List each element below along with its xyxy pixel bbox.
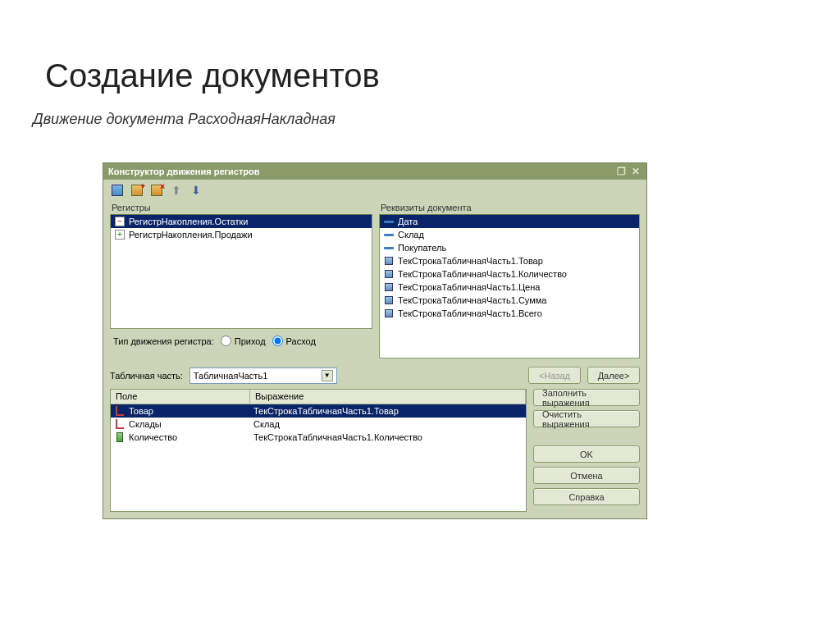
table-row[interactable]: СкладыСклад (111, 418, 526, 431)
tab-part-combo[interactable]: ТабличнаяЧасть1 ▼ (189, 368, 337, 384)
doc-attrs-label: Реквизиты документа (379, 201, 640, 214)
titlebar: Конструктор движения регистров ❐ ✕ (103, 163, 646, 180)
doc-attrs-panel: Реквизиты документа ДатаСкладПокупательТ… (379, 201, 640, 358)
minus-icon: − (114, 216, 126, 227)
tab-part-label: Табличная часть: (110, 371, 183, 381)
slide-subtitle: Движение документа РасходнаяНакладная (0, 111, 840, 138)
col-field: Поле (111, 390, 250, 404)
toolbar-add-icon[interactable] (130, 183, 144, 198)
doc-attr-item[interactable]: Дата (380, 215, 639, 228)
help-button[interactable]: Справка (533, 488, 640, 505)
table-row[interactable]: ТоварТекСтрокаТабличнаяЧасть1.Товар (111, 404, 526, 418)
doc-attr-label: ТекСтрокаТабличнаяЧасть1.Цена (398, 282, 540, 292)
registers-panel: Регистры −РегистрНакопления.Остатки+Реги… (110, 201, 372, 358)
registers-label: Регистры (110, 201, 372, 214)
resource-icon (114, 431, 126, 443)
radio-income-label: Приход (235, 336, 266, 346)
ok-button[interactable]: OK (533, 445, 640, 463)
titlebar-text: Конструктор движения регистров (108, 167, 615, 176)
toolbar: ⬆ ⬇ (103, 180, 646, 201)
doc-attr-label: ТекСтрокаТабличнаяЧасть1.Количество (398, 269, 567, 279)
dimension-icon (114, 405, 126, 417)
slide-title: Создание документов (0, 0, 840, 111)
doc-attr-label: ТекСтрокаТабличнаяЧасть1.Сумма (398, 295, 546, 305)
expression-label: ТекСтрокаТабличнаяЧасть1.Товар (250, 406, 526, 416)
attribute-bar-icon (383, 229, 395, 240)
maximize-icon[interactable]: ❐ (615, 166, 627, 177)
table-header: Поле Выражение (111, 390, 526, 404)
combo-dropdown-icon[interactable]: ▼ (322, 370, 333, 381)
attribute-bar-icon (383, 242, 395, 253)
expression-label: Склад (250, 419, 526, 429)
doc-attr-item[interactable]: ТекСтрокаТабличнаяЧасть1.Всего (380, 307, 639, 320)
doc-attrs-listbox[interactable]: ДатаСкладПокупательТекСтрокаТабличнаяЧас… (379, 214, 640, 358)
doc-attr-item[interactable]: ТекСтрокаТабличнаяЧасть1.Товар (380, 254, 639, 267)
table-row[interactable]: КоличествоТекСтрокаТабличнаяЧасть1.Колич… (111, 431, 526, 444)
expression-label: ТекСтрокаТабличнаяЧасть1.Количество (250, 432, 526, 442)
doc-attr-item[interactable]: Покупатель (380, 241, 639, 254)
attribute-cube-icon (383, 294, 395, 306)
attribute-cube-icon (383, 268, 395, 280)
register-item-label: РегистрНакопления.Продажи (129, 230, 253, 240)
movement-type-label: Тип движения регистра: (113, 336, 214, 346)
attribute-cube-icon (383, 281, 395, 293)
doc-attr-item[interactable]: ТекСтрокаТабличнаяЧасть1.Сумма (380, 294, 639, 307)
attribute-bar-icon (383, 216, 395, 227)
close-icon[interactable]: ✕ (630, 166, 641, 177)
radio-income[interactable]: Приход (221, 336, 266, 346)
tab-part-value: ТабличнаяЧасть1 (194, 371, 267, 381)
back-button[interactable]: <Назад (528, 367, 581, 384)
dimension-icon (114, 418, 126, 430)
cancel-button[interactable]: Отмена (533, 467, 640, 484)
doc-attr-label: Дата (398, 217, 418, 226)
doc-attr-label: Склад (398, 230, 424, 240)
doc-attr-item[interactable]: ТекСтрокаТабличнаяЧасть1.Цена (380, 281, 639, 294)
move-up-icon[interactable]: ⬆ (169, 183, 184, 198)
radio-expense-label: Расход (286, 336, 316, 346)
doc-attr-item[interactable]: ТекСтрокаТабличнаяЧасть1.Количество (380, 267, 639, 281)
toolbar-remove-icon[interactable] (149, 183, 164, 198)
register-item[interactable]: +РегистрНакопления.Продажи (111, 228, 372, 241)
fields-table[interactable]: Поле Выражение ТоварТекСтрокаТабличнаяЧа… (110, 389, 527, 512)
register-item-label: РегистрНакопления.Остатки (129, 217, 248, 226)
toolbar-new-icon[interactable] (110, 183, 125, 198)
field-label: Товар (129, 406, 153, 416)
attribute-cube-icon (383, 255, 395, 267)
attribute-cube-icon (383, 308, 395, 319)
dialog-window: Конструктор движения регистров ❐ ✕ ⬆ ⬇ Р… (103, 162, 647, 519)
doc-attr-item[interactable]: Склад (380, 228, 639, 241)
fill-expressions-button[interactable]: Заполнить выражения (533, 389, 640, 406)
field-label: Склады (129, 419, 162, 429)
col-expr: Выражение (250, 390, 526, 404)
right-button-column: Заполнить выражения Очистить выражения O… (533, 389, 640, 512)
plus-icon: + (114, 229, 126, 240)
doc-attr-label: Покупатель (398, 243, 446, 253)
registers-listbox[interactable]: −РегистрНакопления.Остатки+РегистрНакопл… (110, 214, 372, 329)
doc-attr-label: ТекСтрокаТабличнаяЧасть1.Всего (398, 308, 542, 318)
next-button[interactable]: Далее> (587, 367, 640, 384)
doc-attr-label: ТекСтрокаТабличнаяЧасть1.Товар (398, 256, 543, 266)
move-down-icon[interactable]: ⬇ (189, 183, 203, 198)
field-label: Количество (129, 432, 177, 442)
clear-expressions-button[interactable]: Очистить выражения (533, 410, 640, 427)
radio-expense[interactable]: Расход (272, 336, 316, 346)
register-item[interactable]: −РегистрНакопления.Остатки (111, 215, 372, 228)
movement-type-row: Тип движения регистра: Приход Расход (110, 329, 372, 351)
